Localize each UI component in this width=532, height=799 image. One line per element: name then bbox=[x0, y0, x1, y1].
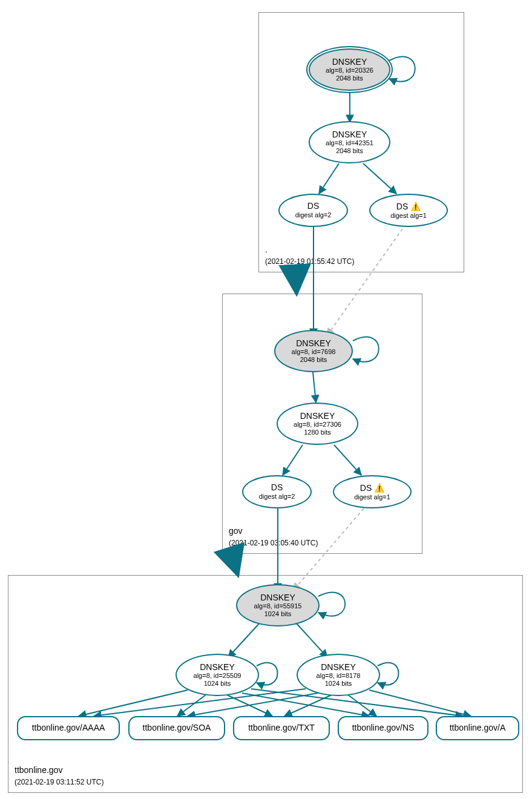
node-title: DNSKEY bbox=[332, 58, 367, 67]
rrset-label: ttbonline.gov/A bbox=[450, 723, 506, 732]
node-ttb-zsk1: DNSKEY alg=8, id=25509 1024 bits bbox=[176, 654, 259, 696]
node-root-zsk: DNSKEY alg=8, id=42351 2048 bits bbox=[309, 121, 390, 163]
node-title: DNSKEY bbox=[332, 130, 367, 139]
node-bits: 2048 bits bbox=[336, 74, 363, 82]
node-alg: alg=8, id=25509 bbox=[194, 672, 241, 680]
node-gov-ksk: DNSKEY alg=8, id=7698 2048 bits bbox=[274, 330, 353, 372]
node-bits: 2048 bits bbox=[336, 147, 363, 155]
rrset-label: ttbonline.gov/AAAA bbox=[32, 723, 105, 732]
zone-ttb-timestamp: (2021-02-19 03:11:52 UTC) bbox=[15, 778, 103, 786]
node-title: DNSKEY bbox=[260, 593, 295, 602]
rrset-ns: ttbonline.gov/NS bbox=[338, 716, 429, 740]
rrset-a: ttbonline.gov/A bbox=[436, 716, 519, 740]
node-alg: alg=8, id=8178 bbox=[317, 672, 361, 680]
node-title: DS bbox=[307, 202, 319, 211]
zone-gov-timestamp: (2021-02-19 03:05:40 UTC) bbox=[229, 539, 318, 547]
node-alg: alg=8, id=27306 bbox=[294, 421, 341, 429]
node-title: DNSKEY bbox=[296, 339, 331, 348]
rrset-txt: ttbonline.gov/TXT bbox=[233, 716, 330, 740]
node-title: DNSKEY bbox=[321, 663, 356, 672]
node-gov-ds1: DS⚠️ digest alg=1 bbox=[333, 475, 412, 508]
node-bits: 1024 bits bbox=[325, 680, 352, 688]
node-bits: 1024 bits bbox=[264, 610, 292, 618]
node-root-ksk: DNSKEY alg=8, id=20326 2048 bits bbox=[309, 48, 390, 91]
node-title: DNSKEY bbox=[300, 412, 335, 421]
node-alg: alg=8, id=20326 bbox=[326, 67, 373, 74]
warning-icon: ⚠️ bbox=[374, 483, 384, 493]
node-bits: 1280 bits bbox=[304, 429, 331, 436]
node-alg: alg=8, id=55915 bbox=[254, 602, 302, 610]
rrset-label: ttbonline.gov/NS bbox=[352, 723, 415, 732]
rrset-label: ttbonline.gov/SOA bbox=[143, 723, 211, 732]
zone-ttb-name: ttbonline.gov bbox=[15, 765, 62, 775]
rrset-aaaa: ttbonline.gov/AAAA bbox=[17, 716, 120, 740]
node-alg: alg=8, id=7698 bbox=[292, 348, 336, 356]
node-alg: digest alg=1 bbox=[390, 212, 427, 220]
node-alg: alg=8, id=42351 bbox=[326, 139, 373, 147]
rrset-soa: ttbonline.gov/SOA bbox=[128, 716, 225, 740]
zone-root-name: . bbox=[265, 245, 268, 254]
warning-icon: ⚠️ bbox=[410, 202, 421, 211]
zone-root-timestamp: (2021-02-19 01:55:42 UTC) bbox=[265, 257, 354, 266]
node-gov-zsk: DNSKEY alg=8, id=27306 1280 bits bbox=[277, 403, 358, 445]
node-gov-ds2: DS digest alg=2 bbox=[242, 475, 312, 508]
node-root-ds1: DS⚠️ digest alg=1 bbox=[369, 194, 448, 227]
node-alg: digest alg=2 bbox=[295, 211, 332, 219]
node-bits: 2048 bits bbox=[300, 356, 327, 364]
node-root-ds2: DS digest alg=2 bbox=[278, 194, 348, 227]
rrset-label: ttbonline.gov/TXT bbox=[248, 723, 315, 732]
zone-gov-name: gov bbox=[229, 526, 243, 536]
node-ttb-ksk: DNSKEY alg=8, id=55915 1024 bits bbox=[236, 584, 320, 626]
node-title: DS bbox=[396, 202, 408, 211]
node-alg: digest alg=2 bbox=[259, 493, 295, 501]
node-alg: digest alg=1 bbox=[354, 493, 390, 501]
node-ttb-zsk2: DNSKEY alg=8, id=8178 1024 bits bbox=[297, 654, 380, 696]
node-bits: 1024 bits bbox=[204, 680, 231, 688]
node-title: DS bbox=[271, 483, 283, 492]
node-title: DNSKEY bbox=[200, 663, 235, 672]
node-title: DS bbox=[360, 483, 372, 493]
